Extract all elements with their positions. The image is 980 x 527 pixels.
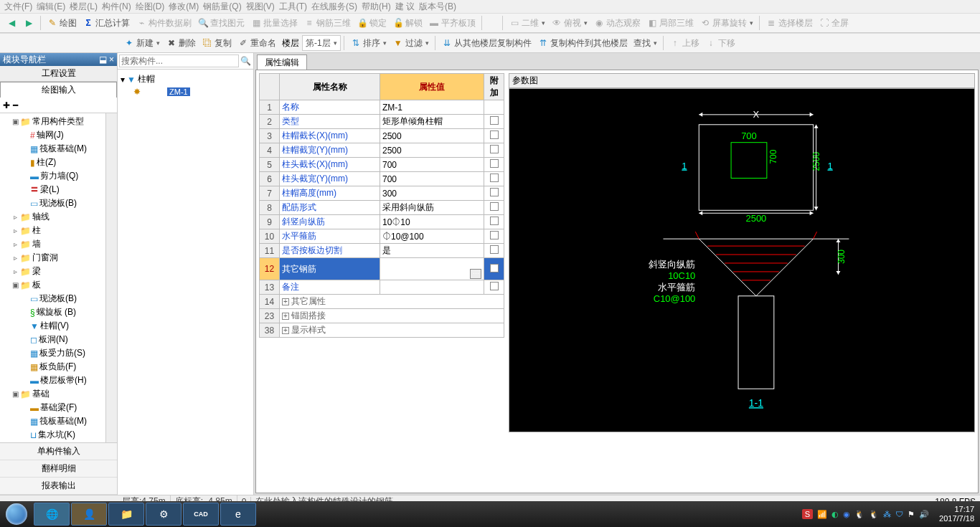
menu-item[interactable]: 版本号(B) [418, 1, 458, 13]
property-row[interactable]: 3柱帽截长(X)(mm)2500 [260, 129, 504, 143]
tree-group[interactable]: ▹📁柱 [11, 224, 116, 237]
tree-item[interactable]: ▬基础梁(F) [11, 401, 116, 414]
menu-item[interactable]: 修改(M) [167, 1, 200, 13]
checkbox[interactable] [490, 174, 499, 182]
2d-button[interactable]: ▭二维 [506, 15, 548, 31]
overlook-button[interactable]: 👁俯视 [548, 15, 590, 31]
prop-value[interactable]: ZM-1 [380, 100, 484, 115]
tree-group[interactable]: ▣📁板 [11, 278, 116, 292]
tab-property-edit[interactable]: 属性编辑 [257, 54, 307, 70]
menu-item[interactable]: 文件(F) [3, 1, 34, 13]
property-row-expand[interactable]: 14+其它属性 [260, 295, 504, 309]
taskbar-app[interactable]: 📁 [108, 503, 144, 526]
property-row[interactable]: 8配筋形式采用斜向纵筋 [260, 201, 504, 215]
property-row[interactable]: 10水平箍筋⏀10@100 [260, 229, 504, 244]
expand-icon[interactable]: + [282, 298, 289, 305]
prop-value[interactable]: ⏀10@100 [380, 229, 484, 244]
property-row[interactable]: 11是否按板边切割是 [260, 244, 504, 258]
prop-value[interactable]: 是 [380, 244, 484, 258]
tree-group[interactable]: ▹📁轴线 [11, 210, 116, 224]
expand-icon[interactable]: + [282, 327, 289, 334]
checkbox[interactable] [490, 245, 499, 254]
fullscreen-button[interactable]: ⛶全屏 [816, 15, 852, 31]
screen-rotate-button[interactable]: ⟲屏幕旋转 [697, 15, 756, 31]
copy-to-button[interactable]: ⇈复制构件到其他楼层 [534, 35, 631, 51]
dyn-button[interactable]: ◉动态观察 [590, 15, 644, 31]
tab-report[interactable]: 报表输出 [0, 478, 117, 495]
checkbox[interactable] [490, 231, 499, 239]
checkbox[interactable] [490, 159, 499, 168]
collapse-icon[interactable]: ━ [13, 100, 18, 110]
prop-value[interactable]: 700 [380, 172, 484, 186]
select-floor-button[interactable]: ≣选择楼层 [763, 15, 816, 31]
prop-value[interactable]: 300 [380, 186, 484, 201]
checkbox[interactable] [490, 188, 499, 196]
start-button[interactable] [0, 501, 33, 527]
floor-select[interactable]: 第-1层 [302, 35, 341, 51]
tree-group[interactable]: ▹📁门窗洞 [11, 251, 116, 265]
menu-item[interactable]: 视图(V) [245, 1, 276, 13]
taskbar-app[interactable]: 🌐 [34, 503, 70, 526]
menu-item[interactable]: 绘图(D) [134, 1, 166, 13]
taskbar-clock[interactable]: 17:17 2017/7/18 [933, 505, 980, 523]
tray-icon[interactable]: ◐ [831, 510, 839, 519]
tree-item[interactable]: ▦筏板基础(M) [11, 414, 116, 428]
tree-item[interactable]: ▬楼层板带(H) [11, 374, 116, 387]
checkbox[interactable] [490, 116, 499, 125]
find-elem-button[interactable]: 🔍查找图元 [194, 15, 248, 31]
ime-icon[interactable]: S [802, 509, 813, 519]
forward-button[interactable]: ▶ [20, 15, 37, 31]
shield-icon[interactable]: 🛡 [895, 510, 903, 518]
rebar3d-button[interactable]: ≡钢筋三维 [301, 15, 354, 31]
menu-item[interactable]: 帮助(H) [360, 1, 392, 13]
filter-button[interactable]: ▼过滤 [390, 35, 432, 51]
move-up-button[interactable]: ↑上移 [666, 35, 702, 51]
flag-icon[interactable]: ⚑ [908, 510, 915, 519]
tree-item[interactable]: ▭现浇板(B) [11, 196, 116, 210]
unlock-button[interactable]: 🔓解锁 [390, 15, 425, 31]
tree-group[interactable]: ▣📁基础 [11, 387, 116, 401]
other-rebar-input[interactable] [382, 259, 481, 269]
prop-value[interactable]: 2500 [380, 129, 484, 143]
new-button[interactable]: ✦新建 [121, 35, 163, 51]
tree-root[interactable]: ▾▼柱帽 [121, 72, 250, 86]
component-tree-mid[interactable]: ▾▼柱帽 ✸ZM-1 [118, 70, 253, 495]
property-table[interactable]: 属性名称属性值附加 1名称ZM-12类型矩形单倾角柱帽3柱帽截长(X)(mm)2… [259, 73, 504, 338]
taskbar-app[interactable]: e [220, 503, 256, 526]
menu-item[interactable]: 工具(T) [278, 1, 308, 13]
tree-item[interactable]: ▭现浇板(B) [11, 292, 116, 305]
tab-detail[interactable]: 翻样明细 [0, 460, 117, 478]
taskbar-app[interactable]: CAD [183, 503, 219, 526]
search-input[interactable] [119, 54, 239, 67]
prop-value[interactable]: 矩形单倾角柱帽 [380, 115, 484, 129]
windows-taskbar[interactable]: 🌐 👤 📁 ⚙ CAD e S 📶 ◐ ◉ 🐧 🐧 ⁂ 🛡 ⚑ 🔊 17:17 … [0, 501, 980, 527]
property-row[interactable]: 1名称ZM-1 [260, 100, 504, 115]
draw-button[interactable]: ✎绘图 [44, 15, 80, 31]
tab-draw-input[interactable]: 绘图输入 [0, 82, 117, 98]
tree-group[interactable]: ▣📁常用构件类型 [11, 115, 116, 128]
tree-item[interactable]: ▦板负筋(F) [11, 360, 116, 374]
tray-icon[interactable]: 🐧 [869, 510, 879, 519]
tray-icon[interactable]: ◉ [843, 510, 850, 519]
tree-item-zm1[interactable]: ✸ZM-1 [121, 86, 250, 98]
taskbar-app[interactable]: 👤 [71, 503, 107, 526]
sum-button[interactable]: Σ汇总计算 [80, 15, 133, 31]
tray-icon[interactable]: 🐧 [854, 510, 864, 519]
rename-button[interactable]: ✐重命名 [235, 35, 279, 51]
copy-from-button[interactable]: ⇊从其他楼层复制构件 [438, 35, 534, 51]
checkbox[interactable] [490, 282, 499, 290]
tab-single-input[interactable]: 单构件输入 [0, 443, 117, 460]
component-tree[interactable]: ▣📁常用构件类型 #轴网(J) ▦筏板基础(M) ▮柱(Z) ▬剪力墙(Q) 〓… [0, 113, 117, 442]
prop-value[interactable]: 700 [380, 158, 484, 172]
search-icon[interactable]: 🔍 [239, 56, 252, 66]
property-row[interactable]: 6柱头截宽(Y)(mm)700 [260, 172, 504, 186]
property-row[interactable]: 4柱帽截宽(Y)(mm)2500 [260, 143, 504, 158]
prop-value[interactable]: 10⏀10 [380, 215, 484, 229]
checkbox[interactable] [490, 264, 499, 272]
checkbox[interactable] [490, 145, 499, 153]
bluetooth-icon[interactable]: ⁂ [883, 510, 891, 519]
tree-item[interactable]: 〓梁(L) [11, 183, 116, 196]
system-tray[interactable]: S 📶 ◐ ◉ 🐧 🐧 ⁂ 🛡 ⚑ 🔊 [798, 509, 933, 519]
property-row-expand[interactable]: 38+显示样式 [260, 323, 504, 338]
expand-icon[interactable]: ✚ [3, 100, 10, 110]
